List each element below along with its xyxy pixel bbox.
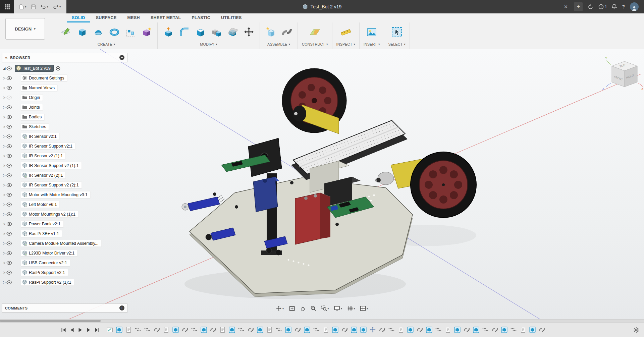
timeline-feature-page[interactable] <box>162 325 170 335</box>
timeline-settings-button[interactable] <box>633 327 641 333</box>
browser-root-item[interactable]: ◢ Test_Bot 2 v19 <box>2 63 127 73</box>
job-status-button[interactable]: 1 <box>598 4 607 9</box>
visibility-eye-icon[interactable] <box>6 232 12 236</box>
browser-item[interactable]: ▷Motor Mountings v2 (1):1 <box>2 209 127 219</box>
browser-item[interactable]: ▷Motor with Motor Mounting v3:1 <box>2 190 127 200</box>
browser-item-label[interactable]: Bodies <box>29 115 42 119</box>
timeline-feature-pattern[interactable] <box>509 325 518 335</box>
expand-arrow-icon[interactable]: ▷ <box>2 251 6 255</box>
timeline-feature-component[interactable] <box>284 325 292 335</box>
expand-arrow-icon[interactable]: ▷ <box>2 134 6 138</box>
user-avatar[interactable] <box>630 2 639 11</box>
browser-item[interactable]: ▷Power Bank v2:1 <box>2 219 127 229</box>
timeline-feature-joint[interactable] <box>378 325 386 335</box>
browser-item-label[interactable]: Motor with Motor Mounting v3:1 <box>29 192 88 197</box>
browser-item[interactable]: ▷Ras Pi 3B+ v1:1 <box>2 229 127 238</box>
timeline-feature-joint[interactable] <box>247 325 255 335</box>
visibility-eye-icon[interactable] <box>6 173 12 177</box>
visibility-eye-icon[interactable] <box>6 222 12 226</box>
construct-plane-button[interactable] <box>308 25 322 40</box>
undo-button[interactable]: ▾ <box>39 3 50 10</box>
expand-arrow-icon[interactable]: ▷ <box>2 271 6 274</box>
save-button[interactable] <box>30 3 37 10</box>
assemble-group-dropdown[interactable]: ASSEMBLE▾ <box>267 42 290 49</box>
expand-arrow-icon[interactable]: ▷ <box>2 212 6 216</box>
construct-group-dropdown[interactable]: CONSTRUCT▾ <box>302 42 328 49</box>
timeline-feature-joint[interactable] <box>181 325 189 335</box>
browser-item-label[interactable]: Motor Mountings v2 (1):1 <box>29 212 75 217</box>
timeline-feature-joint[interactable] <box>463 325 471 335</box>
torus-button[interactable] <box>108 25 121 40</box>
visibility-eye-icon[interactable] <box>6 280 12 284</box>
zoom-window-button[interactable]: ▾ <box>320 304 330 312</box>
visibility-eye-icon[interactable] <box>6 212 12 216</box>
expand-comments-button[interactable]: + <box>119 305 124 311</box>
visibility-eye-icon[interactable] <box>6 96 12 100</box>
timeline-feature-joint[interactable] <box>153 325 161 335</box>
visibility-eye-icon[interactable] <box>6 183 12 187</box>
visibility-eye-icon[interactable] <box>6 193 12 197</box>
revolve-button[interactable] <box>92 25 105 40</box>
timeline-feature-move[interactable] <box>369 325 377 335</box>
browser-item[interactable]: ▷Left Motor v6:1 <box>2 200 127 209</box>
browser-item[interactable]: ▷RasPi Support v2:1 <box>2 268 127 277</box>
expand-arrow-icon[interactable]: ▷ <box>2 261 6 265</box>
browser-item-label[interactable]: Document Settings <box>29 76 64 80</box>
browser-item-label[interactable]: Left Motor v6:1 <box>29 202 57 207</box>
timeline-feature-component[interactable] <box>453 325 462 335</box>
measure-button[interactable] <box>339 25 353 40</box>
visibility-eye-icon[interactable] <box>6 86 12 90</box>
pan-button[interactable] <box>299 304 307 312</box>
timeline-feature-component[interactable] <box>472 325 480 335</box>
timeline-feature-page[interactable] <box>124 325 133 335</box>
zoom-button[interactable] <box>309 304 317 312</box>
expand-arrow-icon[interactable]: ▷ <box>2 154 6 158</box>
grid-display-button[interactable]: ▾ <box>346 304 357 312</box>
timeline-feature-page[interactable] <box>322 325 330 335</box>
collapse-panel-icon[interactable]: « <box>5 55 7 60</box>
visibility-eye-icon[interactable] <box>6 251 12 255</box>
timeline-feature-component[interactable] <box>359 325 368 335</box>
browser-item[interactable]: ▷RasPi Support v2 (1):1 <box>2 277 127 287</box>
timeline-feature-page[interactable] <box>265 325 274 335</box>
visibility-eye-icon[interactable] <box>6 76 12 80</box>
go-to-start-button[interactable] <box>60 326 67 334</box>
view-cube[interactable]: TOP FRONT RIGHT Y Z X <box>602 57 643 91</box>
timeline-feature-component[interactable] <box>303 325 311 335</box>
timeline-feature-component[interactable] <box>406 325 415 335</box>
browser-item[interactable]: ▷Joints <box>2 102 127 112</box>
browser-item-label[interactable]: IR Sensor Support v2 (1):1 <box>29 163 79 168</box>
timeline-feature-page[interactable] <box>519 325 527 335</box>
robot-model[interactable] <box>182 68 476 297</box>
timeline-feature-pattern[interactable] <box>143 325 152 335</box>
inspect-group-dropdown[interactable]: INSPECT▾ <box>336 42 355 49</box>
timeline-feature-pattern[interactable] <box>481 325 490 335</box>
workspace-switcher[interactable]: DESIGN ▾ <box>5 18 45 40</box>
timeline-feature-component[interactable] <box>528 325 537 335</box>
visibility-eye-icon[interactable] <box>6 154 12 158</box>
visibility-eye-icon[interactable] <box>6 105 12 109</box>
timeline-feature-component[interactable] <box>171 325 180 335</box>
visibility-eye-icon[interactable] <box>6 261 12 265</box>
press-pull-button[interactable] <box>162 25 175 40</box>
select-button[interactable] <box>390 25 404 40</box>
browser-item-label[interactable]: RasPi Support v2:1 <box>29 270 65 275</box>
select-group-dropdown[interactable]: SELECT▾ <box>388 42 405 49</box>
timeline-feature-pattern[interactable] <box>134 325 142 335</box>
create-group-dropdown[interactable]: CREATE▾ <box>98 42 115 49</box>
browser-item-label[interactable]: L293D Motor Driver v2:1 <box>29 251 74 256</box>
pattern-button[interactable] <box>124 25 137 40</box>
expand-arrow-icon[interactable]: ▷ <box>2 193 6 196</box>
notifications-bell-icon[interactable] <box>612 4 617 9</box>
browser-item[interactable]: ▷Document Settings <box>2 73 127 83</box>
timeline-feature-page[interactable] <box>444 325 452 335</box>
activate-component-radio[interactable] <box>56 66 60 71</box>
browser-root-label[interactable]: Test_Bot 2 v19 <box>23 66 51 71</box>
joint-button[interactable] <box>280 25 293 40</box>
timeline-feature-joint[interactable] <box>209 325 217 335</box>
app-launcher-button[interactable] <box>0 0 14 13</box>
play-button[interactable] <box>76 326 84 334</box>
fillet-button[interactable] <box>178 25 191 40</box>
step-forward-button[interactable] <box>85 326 93 334</box>
file-menu-button[interactable]: ▾ <box>18 3 28 11</box>
